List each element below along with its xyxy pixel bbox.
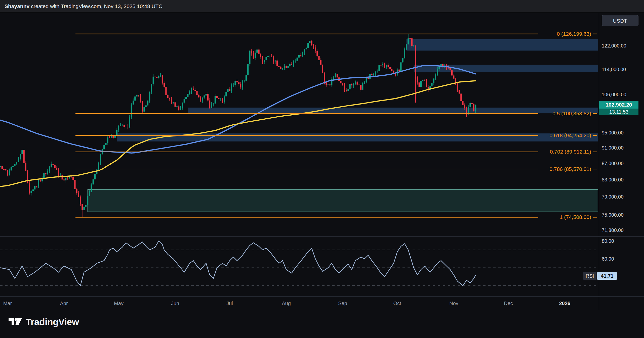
svg-text:Aug: Aug (282, 301, 291, 306)
fib-level-label: 1 (74,508.00) (560, 214, 591, 220)
svg-text:Nov: Nov (449, 301, 458, 306)
attribution-username: Shayannv (5, 3, 29, 9)
price-axis-labels[interactable]: 122,000.00114,000.00106,000.0095,000.009… (602, 43, 626, 233)
tradingview-snapshot: { "header": { "username": "Shayannv", "r… (0, 0, 644, 338)
svg-text:Sep: Sep (338, 301, 347, 306)
svg-text:71,800.00: 71,800.00 (602, 227, 624, 233)
support-zone-101k (188, 108, 598, 113)
tradingview-logo-text: TradingView (26, 317, 79, 327)
svg-text:Apr: Apr (60, 301, 68, 306)
rsi-value: 41.71 (597, 272, 617, 280)
rsi-band-lines (0, 250, 598, 285)
svg-text:Oct: Oct (393, 301, 401, 306)
attribution-text: created with TradingView.com, Nov 13, 20… (29, 3, 162, 9)
bar-countdown-timer: 13:11:53 (599, 109, 638, 115)
svg-text:Jul: Jul (226, 301, 233, 306)
fib-level-label: 0.702 (89,912.11) (550, 149, 591, 155)
svg-text:May: May (114, 301, 124, 306)
svg-text:114,000.00: 114,000.00 (602, 67, 626, 72)
fib-level-label: 0.5 (100,353.82) (552, 111, 591, 116)
supply-zone-124k (407, 39, 598, 51)
svg-text:106,000.00: 106,000.00 (602, 92, 626, 97)
rsi-last-value-badge: RSI 41.71 (583, 272, 617, 280)
fib-level-label: 0.618 (94,254.20) (549, 132, 591, 138)
svg-text:Jun: Jun (171, 301, 179, 306)
fib-level[interactable]: 1 (74,508.00) (75, 214, 597, 220)
svg-text:75,000.00: 75,000.00 (602, 212, 624, 218)
attribution-bar: Shayannv created with TradingView.com, N… (0, 0, 644, 13)
chart-canvas[interactable]: 0 (126,199.63)0.5 (100,353.82)0.618 (94,… (0, 0, 644, 338)
rsi-indicator-label[interactable]: RSI (583, 272, 596, 280)
currency-toggle-usdt[interactable]: USDT (602, 15, 638, 26)
svg-text:95,000.00: 95,000.00 (602, 130, 624, 135)
svg-text:122,000.00: 122,000.00 (602, 43, 626, 49)
svg-text:80.00: 80.00 (602, 238, 614, 244)
svg-text:83,000.00: 83,000.00 (602, 177, 624, 182)
svg-text:Mar: Mar (3, 301, 12, 306)
rsi-line (0, 241, 476, 286)
tradingview-watermark[interactable]: TradingView (9, 316, 79, 328)
tradingview-logo-icon (9, 316, 22, 328)
fib-level-label: 0.786 (85,570.01) (549, 166, 591, 172)
svg-text:91,000.00: 91,000.00 (602, 145, 624, 151)
svg-text:Dec: Dec (504, 301, 513, 306)
fib-level[interactable]: 0 (126,199.63) (75, 31, 597, 37)
fib-level[interactable]: 0.786 (85,570.01) (75, 166, 597, 172)
svg-text:79,000.00: 79,000.00 (602, 194, 624, 200)
svg-text:2026: 2026 (559, 301, 571, 306)
fib-level-label: 0 (126,199.63) (557, 31, 591, 37)
time-axis-labels[interactable]: MarAprMayJunJulAugSepOctNovDec2026 (3, 301, 570, 306)
last-price-badge: 102,902.20 13:11:53 (599, 101, 638, 115)
last-price-value: 102,902.20 (599, 101, 638, 109)
svg-text:60.00: 60.00 (602, 256, 614, 262)
rsi-axis-labels[interactable]: 80.0060.00 (602, 238, 614, 262)
svg-text:87,000.00: 87,000.00 (602, 161, 624, 166)
demand-zone-78k (88, 189, 598, 212)
